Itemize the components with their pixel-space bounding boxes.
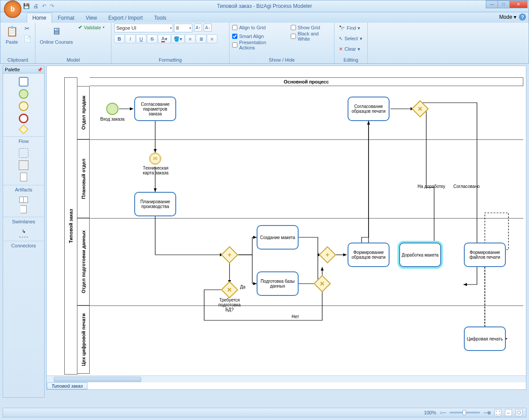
process-title: Основной процесс [90,77,523,86]
print-icon[interactable]: 🖨 [33,3,38,9]
message-event[interactable]: ✉ [149,153,161,165]
palette-task-shape[interactable] [19,77,28,87]
palette-gateway[interactable] [19,125,29,135]
clear-button[interactable]: ✕Clear ▾ [337,45,362,53]
mode-dropdown[interactable]: Mode ▾ [499,14,516,20]
maximize-button[interactable]: □ [498,0,510,8]
label-rework: На доработку [418,184,445,189]
msg-label: Техническая карта заказа [140,166,171,175]
italic-button[interactable]: I [125,35,136,43]
canvas[interactable]: Типовой заказ Основной процесс Отдел про… [46,66,526,390]
align-right-button[interactable]: ≡ [207,35,217,43]
grow-font-icon[interactable]: A↑ [194,24,202,31]
tab-export-import[interactable]: Export / Import [103,13,149,23]
bold-button[interactable]: B [114,35,125,43]
tab-home[interactable]: Home [27,13,52,23]
task-print[interactable]: Цифровая печать [464,326,506,351]
font-name-combo[interactable]: Segoe UI▾ [114,24,173,32]
app-menu-button[interactable]: b [4,0,21,18]
paste-button[interactable]: 📋 Paste [3,24,21,45]
fit-page-icon[interactable]: ⛶ [494,409,501,416]
gateway-parallel-split[interactable]: + [221,246,238,264]
tab-format[interactable]: Format [52,13,80,23]
gateway-approve[interactable]: ✕ [411,100,429,118]
task-db[interactable]: Подготовка базы данных [257,271,299,296]
palette-callactivity[interactable] [19,160,28,170]
ribbon-tabs: Home Format View Export / Import Tools M… [0,12,529,23]
task-files[interactable]: Формирование файлов печати [464,243,506,267]
align-to-grid-check[interactable]: Align to Grid [232,24,282,31]
pin-icon[interactable]: 📌 [37,67,42,72]
binoculars-icon: 🔭 [339,25,345,31]
lane-data-prep[interactable]: Отдел подготовки данных [77,218,90,305]
clipboard-icon: 📋 [5,24,19,38]
task-approve-samples[interactable]: Согласование образцов печати [348,97,390,121]
label-yes: Да [240,285,245,289]
select-button[interactable]: ↖Select ▾ [337,34,364,43]
fullscreen-icon[interactable]: 🖵 [515,409,522,416]
tab-tools[interactable]: Tools [149,13,172,23]
undo-icon[interactable]: ↶ [42,3,46,9]
lane-planning[interactable]: Плановый отдел [77,139,90,218]
cut-icon[interactable]: ✂ [22,24,32,33]
document-tab[interactable]: Типовой заказ [47,382,87,389]
start-label: Вход заказа [99,117,125,121]
fill-color-button[interactable]: 🪣▾ [171,35,184,43]
zoom-in-icon[interactable]: ─⊕ [484,410,491,416]
cursor-icon: ↖ [339,36,343,42]
presentation-actions-check[interactable]: Presentation Actions [232,41,282,49]
start-event[interactable] [106,103,118,115]
minimize-button[interactable]: — [486,0,498,8]
fit-width-icon[interactable]: ↔ [505,409,512,416]
find-button[interactable]: 🔭Find ▾ [337,24,362,32]
online-courses-button[interactable]: 🖥 Online Courses [38,24,75,45]
palette-intermediate-event[interactable] [19,101,28,111]
palette-section-artifacts[interactable]: Artifacts [3,185,44,193]
gateway-db-decision[interactable]: ✕ [221,281,238,299]
font-color-button[interactable]: A▾ [158,35,171,43]
palette-end-event[interactable] [19,114,28,123]
copy-icon[interactable]: 📄 [22,34,32,44]
font-size-combo[interactable]: 8▾ [174,24,192,32]
align-left-button[interactable]: ≡ [185,35,195,43]
palette-section-flow[interactable]: Flow [3,136,44,145]
palette-sequence-flow[interactable]: ↳ [22,229,26,234]
lane-digital-print[interactable]: Цех цифровой печати [77,305,90,374]
smart-align-check[interactable]: Smart Align [232,32,282,40]
gw-db-label: Требуется подготовка БД? [214,298,245,312]
black-white-check[interactable]: Black and White [291,32,331,40]
palette-message-flow[interactable] [19,237,28,237]
palette-start-event[interactable] [19,89,28,99]
task-samples[interactable]: Формирование образцов печати [348,243,390,267]
tab-view[interactable]: View [80,13,103,23]
palette-dataobject[interactable] [20,173,27,181]
shrink-font-icon[interactable]: A↓ [204,24,212,31]
validate-button[interactable]: ✔ Validate ▾ [77,24,106,31]
strike-button[interactable]: S [147,35,157,43]
pool-header[interactable]: Типовой заказ [64,77,77,375]
lane-sales[interactable]: Отдел продаж [77,86,90,139]
align-center-button[interactable]: ≣ [196,35,206,43]
palette-section-swimlanes[interactable]: Swimlanes [3,217,44,225]
gateway-parallel-join[interactable]: + [319,246,336,264]
close-button[interactable]: ✕ [509,0,528,8]
zoom-label: 100% [424,410,436,415]
palette-section-connectors[interactable]: Connectors [3,241,44,249]
task-params[interactable]: Согласование параметров заказа [134,97,176,121]
label-agreed: Согласовано [453,184,480,189]
palette-subprocess[interactable] [19,148,28,158]
save-icon[interactable]: 💾 [23,3,30,9]
task-layout[interactable]: Создание макета [257,225,299,250]
group-label-showhide: Show / Hide [232,56,331,62]
zoom-out-icon[interactable]: ○─ [440,410,446,415]
gateway-db-merge[interactable]: ✕ [313,275,331,292]
redo-icon[interactable]: ↷ [50,3,54,9]
task-rework[interactable]: Доработка макета [399,243,441,267]
zoom-slider[interactable] [449,412,480,413]
horizontal-scrollbar[interactable] [47,375,526,382]
show-grid-check[interactable]: Show Grid [291,24,331,31]
help-icon[interactable]: ? [519,14,526,21]
palette-panel: Palette📌 Flow Artifacts Swimlanes ↳ Conn… [3,66,45,398]
task-plan[interactable]: Планирование производства [134,192,176,216]
underline-button[interactable]: U [136,35,146,43]
